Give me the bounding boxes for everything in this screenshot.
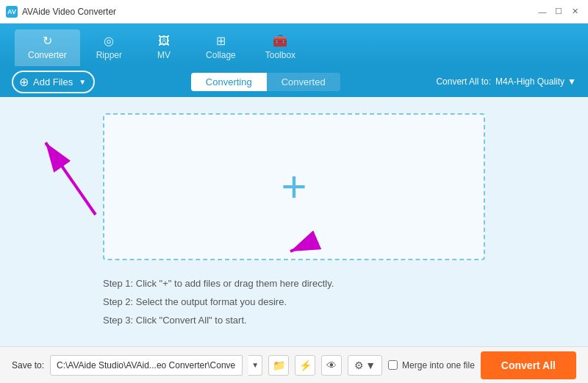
merge-checkbox-group: Merge into one file [388, 360, 475, 371]
convert-all-button[interactable]: Convert All [481, 351, 576, 379]
tab-converted[interactable]: Converted [267, 73, 340, 91]
add-files-dropdown-icon: ▼ [79, 78, 86, 86]
folder-icon: 📁 [273, 359, 285, 371]
app-icon-text: AV [7, 8, 16, 15]
minimize-button[interactable]: — [535, 4, 550, 19]
settings-icon: ⚙ [354, 359, 364, 371]
nav-item-toolbox[interactable]: 🧰 Toolbox [252, 29, 309, 66]
step-3: Step 3: Click "Convert All" to start. [103, 312, 485, 330]
toolbox-icon: 🧰 [273, 34, 287, 48]
ripper-icon: ◎ [104, 34, 114, 48]
title-bar: AV AVAide Video Converter — ☐ ✕ [0, 0, 588, 24]
bottom-bar: Save to: ▼ 📁 ⚡ 👁 ⚙ ▼ Merge into one file… [0, 346, 588, 383]
steps-area: Step 1: Click "+" to add files or drag t… [103, 275, 485, 329]
flash-button[interactable]: ⚡ [295, 355, 315, 376]
app-title: AVAide Video Converter [22, 7, 116, 17]
nav-item-collage[interactable]: ⊞ Collage [193, 29, 249, 66]
nav-label-mv: MV [157, 50, 171, 60]
add-files-label: Add Files [33, 76, 73, 87]
settings-button[interactable]: ⚙ ▼ [348, 355, 382, 376]
restore-button[interactable]: ☐ [551, 4, 566, 19]
collage-icon: ⊞ [216, 34, 226, 48]
nav-label-collage: Collage [206, 50, 236, 60]
format-selector-button[interactable]: M4A-High Quality ▼ [495, 76, 576, 87]
nav-item-ripper[interactable]: ◎ Ripper [83, 29, 135, 66]
save-path-input[interactable] [50, 355, 243, 376]
svg-line-2 [46, 143, 96, 215]
close-button[interactable]: ✕ [567, 4, 582, 19]
step-2: Step 2: Select the output format you des… [103, 293, 485, 312]
nav-label-toolbox: Toolbox [265, 50, 295, 60]
nav-label-converter: Converter [28, 50, 67, 60]
app-icon: AV [6, 6, 18, 18]
title-bar-controls: — ☐ ✕ [535, 4, 582, 19]
tab-group: Converting Converted [104, 73, 427, 91]
flash-icon: ⚡ [299, 359, 312, 371]
nav-item-mv[interactable]: 🖼 MV [138, 30, 190, 66]
drop-zone[interactable]: + [103, 113, 485, 260]
add-files-button[interactable]: ⊕ Add Files ▼ [12, 71, 95, 93]
merge-checkbox[interactable] [388, 360, 398, 370]
step-1: Step 1: Click "+" to add files or drag t… [103, 275, 485, 293]
merge-label: Merge into one file [402, 360, 475, 371]
add-files-plus-icon: ⊕ [19, 75, 29, 89]
path-dropdown-button[interactable]: ▼ [248, 355, 262, 376]
main-area: + Step 1: Click "+" to add files or drag… [0, 97, 588, 346]
nav-item-converter[interactable]: ↻ Converter [15, 29, 80, 66]
tab-converting[interactable]: Converting [191, 73, 267, 91]
nav-label-ripper: Ripper [96, 50, 122, 60]
mv-icon: 🖼 [158, 35, 170, 48]
toolbar: ⊕ Add Files ▼ Converting Converted Conve… [0, 66, 588, 97]
title-bar-left: AV AVAide Video Converter [6, 6, 116, 18]
converter-icon: ↻ [43, 34, 52, 48]
format-label: M4A-High Quality [495, 76, 564, 87]
format-dropdown-icon: ▼ [567, 76, 576, 87]
convert-all-to-label: Convert All to: [436, 76, 491, 87]
convert-all-to: Convert All to: M4A-High Quality ▼ [436, 76, 576, 87]
preview-button[interactable]: 👁 [321, 355, 342, 376]
settings-dropdown-icon: ▼ [365, 359, 376, 371]
drop-plus-icon: + [281, 165, 306, 209]
nav-bar: ↻ Converter ◎ Ripper 🖼 MV ⊞ Collage 🧰 To… [0, 24, 588, 66]
save-to-label: Save to: [12, 360, 44, 371]
preview-icon: 👁 [326, 359, 337, 371]
folder-open-button[interactable]: 📁 [268, 355, 289, 376]
